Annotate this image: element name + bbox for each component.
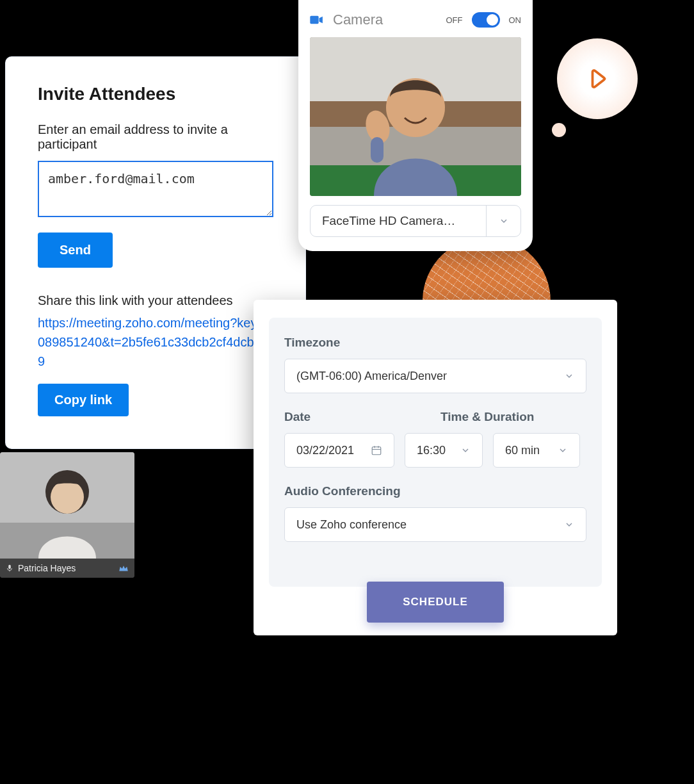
duration-select[interactable]: 60 min <box>493 433 580 468</box>
duration-value: 60 min <box>505 444 540 457</box>
date-value: 03/22/2021 <box>296 444 354 457</box>
camera-toggle[interactable] <box>472 12 500 28</box>
timezone-label: Timezone <box>284 336 586 350</box>
chevron-down-icon <box>486 206 520 236</box>
play-icon <box>586 67 609 90</box>
camera-preview <box>310 37 521 196</box>
chevron-down-icon <box>564 519 574 530</box>
svg-rect-13 <box>372 447 381 455</box>
send-button[interactable]: Send <box>38 233 113 268</box>
schedule-button[interactable]: SCHEDULE <box>367 582 504 623</box>
email-input[interactable] <box>38 161 273 217</box>
crown-icon <box>118 562 129 574</box>
share-link[interactable]: https://meeting.zoho.com/meeting?key=108… <box>38 313 273 371</box>
audio-label: Audio Conferencing <box>284 484 586 498</box>
schedule-panel: Timezone (GMT-06:00) America/Denver Date… <box>254 300 617 635</box>
share-label: Share this link with your attendees <box>38 293 273 308</box>
audio-select[interactable]: Use Zoho conference <box>284 507 586 542</box>
camera-device-select[interactable]: FaceTime HD Camera… <box>310 205 521 237</box>
chevron-down-icon <box>460 445 471 455</box>
time-select[interactable]: 16:30 <box>405 433 483 468</box>
timezone-select[interactable]: (GMT-06:00) America/Denver <box>284 359 586 393</box>
play-bubble[interactable] <box>557 38 638 119</box>
copy-link-button[interactable]: Copy link <box>38 384 129 416</box>
camera-on-label: ON <box>509 15 522 25</box>
camera-off-label: OFF <box>446 15 463 25</box>
camera-panel: Camera OFF ON FaceTime HD Camera… <box>298 0 533 251</box>
camera-device-value: FaceTime HD Camera… <box>311 214 486 228</box>
timezone-value: (GMT-06:00) America/Denver <box>296 370 447 383</box>
time-duration-label: Time & Duration <box>440 410 586 424</box>
svg-point-3 <box>51 480 84 514</box>
svg-rect-4 <box>8 565 11 569</box>
audio-value: Use Zoho conference <box>296 518 407 532</box>
camera-icon <box>310 15 324 25</box>
camera-label: Camera <box>333 12 437 28</box>
chevron-down-icon <box>558 445 568 455</box>
decorative-dot <box>552 123 566 137</box>
participant-video <box>0 452 134 559</box>
invite-subtitle: Enter an email address to invite a parti… <box>38 122 273 152</box>
calendar-icon <box>371 445 382 456</box>
invite-title: Invite Attendees <box>38 84 273 104</box>
participant-bar: Patricia Hayes <box>0 559 134 578</box>
participant-tile: Patricia Hayes <box>0 452 134 578</box>
mic-icon <box>5 564 14 573</box>
date-label: Date <box>284 410 430 424</box>
svg-rect-5 <box>310 16 318 24</box>
date-input[interactable]: 03/22/2021 <box>284 433 394 468</box>
time-value: 16:30 <box>417 444 446 457</box>
chevron-down-icon <box>564 371 574 381</box>
participant-name: Patricia Hayes <box>18 563 76 573</box>
svg-rect-12 <box>371 137 383 163</box>
